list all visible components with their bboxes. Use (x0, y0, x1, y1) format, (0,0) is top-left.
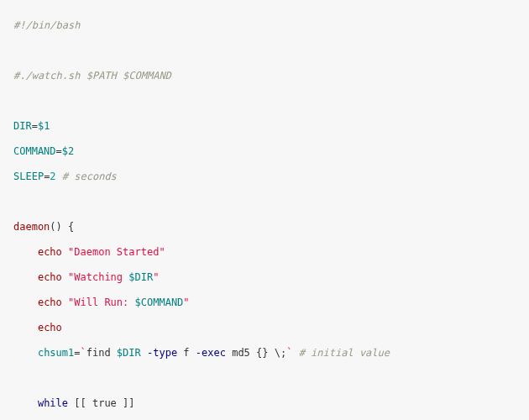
md5-tail: md5 {} \; (226, 347, 286, 359)
line-echo-2: echo "Watching $DIR" (13, 271, 529, 284)
comment-init: # initial value (292, 347, 390, 359)
fn-parens: () (50, 221, 61, 233)
echo-cmd: echo (38, 246, 62, 258)
backtick: ` (81, 347, 86, 359)
var-dir: $DIR (117, 347, 141, 359)
line-chsum1: chsum1=`find $DIR -type f -exec md5 {} \… (13, 347, 529, 360)
flag-type: -type (141, 347, 177, 359)
comment-usage: #./watch.sh $PATH $COMMAND (13, 70, 171, 81)
var-val: $1 (38, 120, 50, 132)
var-name: DIR (13, 120, 32, 132)
blank-line (13, 372, 529, 385)
op-eq: = (56, 145, 62, 157)
line-echo-3: echo "Will Run: $COMMAND" (13, 297, 529, 309)
line-assign-cmd: COMMAND=$2 (13, 145, 529, 158)
line-fn-open: daemon() { (13, 221, 529, 234)
echo-cmd: echo (38, 297, 62, 308)
blank-line (13, 196, 529, 208)
str: " (153, 271, 159, 283)
blank-line (13, 45, 529, 57)
var-val: $2 (62, 145, 74, 157)
line-while: while [[ true ]] (13, 397, 529, 410)
num: 2 (50, 171, 55, 182)
line-comment: #./watch.sh $PATH $COMMAND (13, 70, 529, 82)
str: " (183, 297, 189, 308)
line-assign-sleep: SLEEP=2 # seconds (13, 171, 529, 183)
var-name: COMMAND (13, 145, 56, 157)
kw-while: while (38, 397, 68, 409)
brace-open: { (62, 221, 74, 233)
var-cmd: $COMMAND (135, 297, 184, 308)
arg-f: f (177, 347, 196, 359)
op-eq: = (74, 347, 80, 359)
comment-seconds: # seconds (56, 171, 117, 182)
line-shebang: #!/bin/bash (13, 19, 529, 32)
str: "Will Run: (68, 297, 134, 308)
fn-name: daemon (13, 221, 50, 233)
while-cond: [[ true ]] (68, 397, 134, 409)
blank-line (13, 95, 529, 108)
var-chsum1: chsum1 (38, 347, 74, 359)
find: find (86, 347, 117, 359)
str: "Watching (68, 271, 128, 283)
line-echo-4: echo (13, 322, 529, 334)
flag-exec: -exec (196, 347, 226, 359)
op-eq: = (32, 120, 38, 132)
echo-cmd: echo (38, 322, 62, 333)
code-block: #!/bin/bash #./watch.sh $PATH $COMMAND D… (0, 0, 529, 420)
line-echo-1: echo "Daemon Started" (13, 246, 529, 259)
var-dir: $DIR (128, 271, 153, 283)
line-assign-dir: DIR=$1 (13, 120, 529, 133)
var-name: SLEEP (13, 171, 44, 182)
echo-cmd: echo (38, 271, 62, 283)
str: "Daemon Started" (68, 246, 165, 258)
shebang: #!/bin/bash (13, 19, 80, 31)
